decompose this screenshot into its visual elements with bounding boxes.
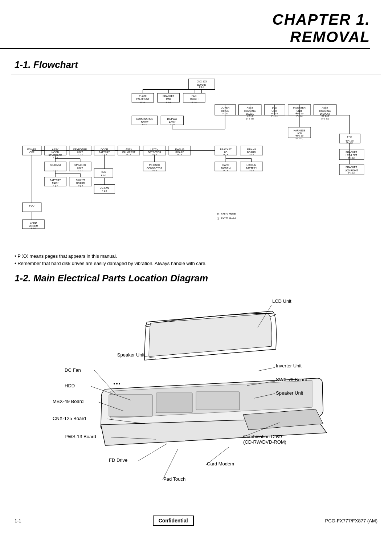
svg-text:SWX-73: SWX-73 [76,179,85,182]
svg-text:P 1-6: P 1-6 [223,170,228,172]
svg-point-190 [119,383,120,384]
svg-text:( ) : FX777  Model: ( ) : FX777 Model [217,217,236,220]
fd-drive-label: FD Drive [109,457,127,463]
svg-text:DC-FAN: DC-FAN [100,187,109,189]
speaker-unit-bottom-label: Speaker Unit [276,390,303,396]
svg-text:I/O: I/O [224,151,228,154]
pws13-board-label: PWS-13 Board [65,434,96,439]
footer-page-number: 1-1 [15,518,21,524]
lcd-unit-label: LCD Unit [272,298,291,304]
svg-text:ASSY: ASSY [169,121,176,123]
page-header: CHAPTER 1. REMOVAL [0,0,392,53]
svg-text:BRACKET: BRACKET [346,166,357,168]
svg-text:BRACKET: BRACKET [346,151,357,154]
svg-text:PWS-13: PWS-13 [175,148,184,151]
svg-text:CONNECTOR: CONNECTOR [147,167,163,170]
card-modem-label: Card Modem [207,461,234,467]
svg-text:P 1-4: P 1-4 [166,101,171,103]
svg-text:UNIT: UNIT [77,167,83,170]
svg-text:PALMREST: PALMREST [122,151,135,154]
svg-text:BATTERY: BATTERY [99,151,110,154]
svg-text:P 1-6: P 1-6 [177,154,183,156]
mbx49-board-label: MBX-49 Board [53,399,83,404]
cnx125-board-label: CNX-125 Board [53,416,86,421]
svg-text:LCD RIGHT: LCD RIGHT [345,169,358,172]
section2-title: 1-2. Main Electrical Parts Location Diag… [15,273,377,284]
parts-diagram-svg: LCD Unit Speaker Unit DC Fan Inverter Un… [11,288,381,505]
note-2: • Remember that hard disk drives are eas… [15,261,377,266]
combo-drive2-label: (CD-RW/DVD-ROM) [243,439,286,445]
note-1: • P XX means pages that appears in this … [15,253,377,259]
svg-text:LCD LEFT: LCD LEFT [346,154,357,156]
footer-model: PCG-FX777/FX877 (AM) [325,518,378,524]
svg-text:(P 1-12): (P 1-12) [296,137,303,139]
chapter-title: CHAPTER 1. [0,11,370,28]
svg-text:P 1-2: P 1-2 [102,190,107,192]
svg-text:BATTERY: BATTERY [246,167,257,170]
svg-text:P 1-6: P 1-6 [152,170,157,172]
svg-text:PAD: PAD [192,95,197,97]
svg-rect-187 [196,392,240,410]
svg-text:P 1-2: P 1-2 [78,154,83,156]
svg-text:※P 1-10: ※P 1-10 [346,140,354,142]
svg-text:※P 1-9: ※P 1-9 [246,115,253,117]
svg-text:LITHIUM: LITHIUM [246,164,256,166]
flowchart-svg: CNX-125 BOARD P 1-4 PLATE PALMREST P 1-4… [15,78,377,244]
svg-text:P 1-3: P 1-3 [101,174,106,176]
svg-text:※P 1-10: ※P 1-10 [321,115,329,117]
svg-text:(P 1-12): (P 1-12) [321,118,329,120]
svg-text:KEYBOARD: KEYBOARD [73,148,87,151]
inverter-unit-label: Inverter Unit [276,363,302,368]
svg-text:TOUCH: TOUCH [190,98,199,100]
svg-text:CNX-125: CNX-125 [197,80,207,83]
svg-text:P 1-4: P 1-4 [199,86,204,88]
svg-text:SO-DIMM: SO-DIMM [50,164,61,166]
hdd-label: HDD [65,383,75,388]
svg-text:PACK: PACK [52,182,58,184]
svg-point-188 [114,383,115,384]
svg-text:OFF: OFF [29,151,34,154]
svg-text:ASSY: ASSY [52,148,59,151]
svg-text:DOOR: DOOR [101,148,108,151]
svg-text:HARNESS: HARNESS [294,129,306,132]
svg-text:PLATE: PLATE [139,95,147,97]
svg-text:PALMREST: PALMREST [136,98,149,100]
notes-section: • P XX means pages that appears in this … [15,253,377,266]
svg-text:※P 1-10: ※P 1-10 [295,135,303,137]
section1-title: 1-1. Flowchart [15,59,377,70]
svg-text:P 1-4: P 1-4 [192,101,197,103]
svg-line-204 [163,449,178,480]
svg-text:BRACKET: BRACKET [220,148,232,151]
svg-text:DRIVE: DRIVE [141,121,148,123]
speaker-unit-top-label: Speaker Unit [117,352,145,358]
svg-text:ASSY: ASSY [126,148,132,151]
svg-text:BOARD: BOARD [197,83,206,86]
svg-line-194 [258,367,275,371]
svg-text:BATTERY: BATTERY [50,179,61,182]
svg-text:P 1-8: P 1-8 [31,227,36,229]
svg-text:BOARD: BOARD [247,151,256,154]
svg-line-192 [145,357,156,358]
svg-text:P 1-6: P 1-6 [249,154,254,156]
svg-text:BRACKET: BRACKET [163,95,174,97]
svg-text:FDD: FDD [29,204,34,207]
svg-text:MODEM: MODEM [29,225,38,227]
pad-touch-label: Pad Touch [163,476,185,482]
svg-text:※ : FX877  Model: ※ : FX877 Model [217,212,236,215]
svg-text:SPEAKER: SPEAKER [74,164,86,166]
svg-text:(P 1-11): (P 1-11) [246,118,254,120]
svg-text:HDD: HDD [101,171,106,173]
svg-text:UNIT: UNIT [77,151,83,154]
svg-text:LCD: LCD [297,132,302,135]
footer-confidential: Confidential [153,516,194,526]
svg-text:(P 1-12): (P 1-12) [348,157,355,159]
svg-rect-164 [94,184,115,194]
svg-text:COMBINATION: COMBINATION [136,118,153,120]
svg-text:P 1-7: P 1-7 [53,185,58,187]
svg-text:LATCH: LATCH [151,148,159,151]
svg-text:BOARD: BOARD [175,151,184,154]
svg-text:MBX-49: MBX-49 [247,148,256,151]
svg-text:PAD: PAD [166,98,171,100]
flowchart-area: CNX-125 BOARD P 1-4 PLATE PALMREST P 1-4… [11,74,381,248]
removal-title: REMOVAL [0,28,370,49]
